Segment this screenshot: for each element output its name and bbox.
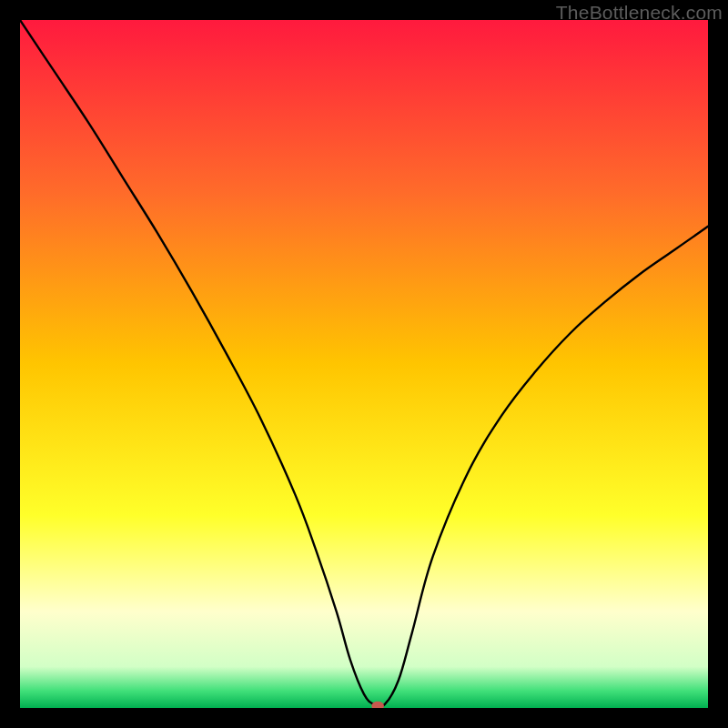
chart-frame: TheBottleneck.com (0, 0, 728, 728)
chart-background (20, 20, 708, 708)
chart-svg (20, 20, 708, 708)
plot-area (20, 20, 708, 708)
